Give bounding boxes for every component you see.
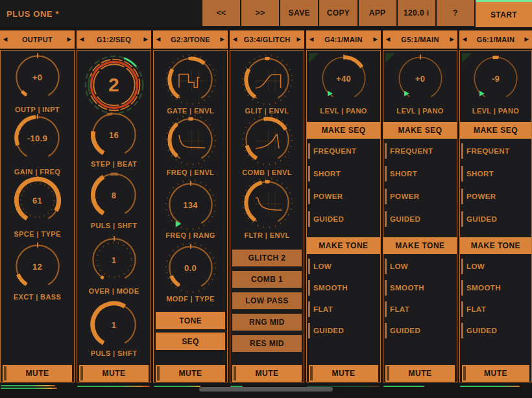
help-button[interactable]: ?	[437, 0, 474, 26]
list-item-frequent[interactable]: FREQUENT	[460, 143, 531, 159]
list-item-low[interactable]: LOW	[307, 258, 380, 275]
mute-button[interactable]: MUTE	[79, 365, 149, 382]
knob-over-mode[interactable]: 1	[86, 232, 142, 288]
list-item-guided[interactable]: GUIDED	[307, 211, 380, 228]
knob-modf-type[interactable]: 0.0	[163, 240, 219, 296]
mute-button[interactable]: MUTE	[232, 365, 302, 382]
list-item-power[interactable]: POWER	[460, 188, 531, 205]
list-item-frequent[interactable]: FREQUENT	[383, 143, 457, 159]
glitch-2-button[interactable]: GLITCH 2	[232, 250, 302, 266]
make-seq-button[interactable]: MAKE SEQ	[383, 122, 457, 139]
list-item-flat[interactable]: FLAT	[383, 301, 457, 318]
knob-label: LEVL | PANO	[460, 107, 531, 115]
right-arrow-icon[interactable]: ▶	[450, 37, 454, 42]
graph-knob-freq-envl[interactable]	[163, 112, 219, 168]
list-item-low[interactable]: LOW	[383, 258, 457, 275]
make-seq-button[interactable]: MAKE SEQ	[460, 122, 531, 139]
knob-puls-shft[interactable]: 8	[86, 167, 142, 223]
knob-step-beat[interactable]: 16	[86, 107, 142, 163]
start-button[interactable]: START	[476, 0, 532, 27]
graph-knob-gate-envl[interactable]	[163, 52, 219, 108]
mute-button[interactable]: MUTE	[3, 365, 72, 382]
low-pass-button[interactable]: LOW PASS	[232, 292, 302, 309]
graph-knob-glit-envl[interactable]	[239, 52, 295, 108]
list-item-guided[interactable]: GUIDED	[460, 211, 531, 228]
list-item-guided[interactable]: GUIDED	[307, 322, 380, 339]
column-header-g5[interactable]: ◀ G5:1/MAIN ▶	[383, 30, 457, 49]
left-arrow-icon[interactable]: ◀	[156, 37, 160, 42]
tone-button[interactable]: TONE	[156, 312, 225, 329]
list-item-power[interactable]: POWER	[383, 188, 457, 205]
list-item-frequent[interactable]: FREQUENT	[307, 143, 380, 159]
tempo-button[interactable]: 120.0 i	[398, 0, 435, 26]
knob-value: 1	[86, 232, 142, 288]
mute-button[interactable]: MUTE	[462, 365, 529, 382]
knob-freq-rang[interactable]: 134	[163, 177, 219, 233]
g3-panel: GLIT | ENVL COMB | ENVL	[230, 50, 304, 382]
knob-puls-shft-2[interactable]: 1	[86, 297, 142, 353]
knob-levl-pano[interactable]: +0	[393, 51, 448, 106]
left-arrow-icon[interactable]: ◀	[3, 37, 7, 42]
mute-button[interactable]: MUTE	[156, 365, 225, 382]
knob-exct-bass[interactable]: 12	[10, 239, 66, 294]
list-item-smooth[interactable]: SMOOTH	[383, 279, 457, 296]
left-arrow-icon[interactable]: ◀	[233, 37, 237, 42]
left-arrow-icon[interactable]: ◀	[80, 37, 84, 42]
list-item-smooth[interactable]: SMOOTH	[460, 279, 531, 296]
right-arrow-icon[interactable]: ▶	[374, 37, 378, 42]
right-arrow-icon[interactable]: ▶	[67, 37, 71, 42]
graph-knob-fltr-envl[interactable]	[239, 175, 295, 231]
column-title: G3:4/GLITCH	[244, 36, 291, 43]
app-button[interactable]: APP	[359, 0, 396, 26]
column-header-g2[interactable]: ◀ G2:3/TONE ▶	[153, 30, 228, 49]
column-header-g4[interactable]: ◀ G4:1/MAIN ▶	[306, 30, 381, 49]
seq-button[interactable]: SEQ	[156, 333, 225, 350]
list-item-power[interactable]: POWER	[307, 188, 380, 205]
column-title: G6:1/MAIN	[477, 36, 514, 43]
home-indicator[interactable]	[199, 387, 333, 392]
make-tone-button[interactable]: MAKE TONE	[307, 237, 380, 254]
mute-button[interactable]: MUTE	[309, 365, 378, 382]
knob-value: 61	[10, 172, 66, 228]
left-arrow-icon[interactable]: ◀	[309, 37, 313, 42]
list-item-guided[interactable]: GUIDED	[383, 211, 457, 228]
right-arrow-icon[interactable]: ▶	[297, 37, 301, 42]
list-item-smooth[interactable]: SMOOTH	[307, 279, 380, 296]
right-arrow-icon[interactable]: ▶	[525, 37, 529, 42]
column-header-g3[interactable]: ◀ G3:4/GLITCH ▶	[230, 30, 304, 49]
graph-knob-comb-envl[interactable]	[239, 112, 295, 168]
mute-button[interactable]: MUTE	[385, 365, 455, 382]
column-title: OUTPUT	[22, 36, 53, 43]
list-item-short[interactable]: SHORT	[307, 165, 380, 182]
make-seq-button[interactable]: MAKE SEQ	[307, 122, 380, 139]
column-g5-main: ◀ G5:1/MAIN ▶ +0 LEVL | PANO MAKE SEQ FR…	[383, 30, 457, 393]
rng-mid-button[interactable]: RNG MID	[232, 314, 302, 331]
knob-levl-pano[interactable]: +40	[316, 51, 372, 106]
list-item-guided[interactable]: GUIDED	[460, 322, 531, 339]
make-tone-button[interactable]: MAKE TONE	[383, 237, 457, 254]
knob-outp-inpt[interactable]: +0	[10, 49, 66, 105]
prev-button[interactable]: <<	[202, 0, 240, 26]
res-mid-button[interactable]: RES MID	[232, 335, 302, 352]
left-arrow-icon[interactable]: ◀	[463, 37, 466, 42]
list-item-short[interactable]: SHORT	[460, 165, 531, 182]
knob-spce-type[interactable]: 61	[10, 172, 66, 228]
list-item-flat[interactable]: FLAT	[460, 301, 531, 318]
list-item-short[interactable]: SHORT	[383, 165, 457, 182]
list-item-low[interactable]: LOW	[460, 258, 531, 275]
right-arrow-icon[interactable]: ▶	[221, 37, 224, 42]
comb-1-button[interactable]: COMB 1	[232, 271, 302, 288]
left-arrow-icon[interactable]: ◀	[386, 37, 390, 42]
column-header-g1[interactable]: ◀ G1:2/SEQ ▶	[77, 30, 151, 49]
make-tone-button[interactable]: MAKE TONE	[460, 237, 531, 254]
column-header-output[interactable]: ◀ OUTPUT ▶	[0, 30, 75, 49]
column-header-g6[interactable]: ◀ G6:1/MAIN ▶	[459, 30, 532, 49]
copy-button[interactable]: COPY	[319, 0, 357, 26]
list-item-guided[interactable]: GUIDED	[383, 322, 457, 339]
knob-gain-freq[interactable]: -10.9	[10, 110, 66, 166]
knob-levl-pano[interactable]: -9	[468, 51, 524, 106]
save-button[interactable]: SAVE	[280, 0, 318, 26]
next-button[interactable]: >>	[241, 0, 279, 26]
right-arrow-icon[interactable]: ▶	[144, 37, 148, 42]
list-item-flat[interactable]: FLAT	[307, 301, 380, 318]
